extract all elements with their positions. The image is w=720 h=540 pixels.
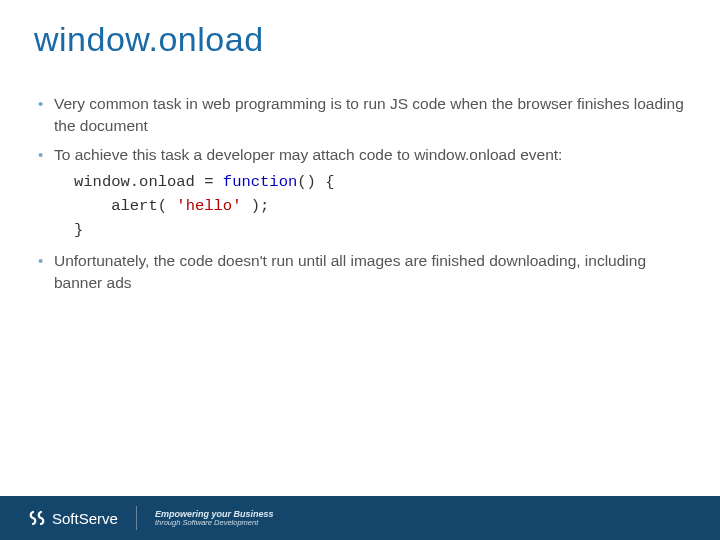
footer-tagline: Empowering your Business through Softwar…	[155, 509, 274, 528]
footer-divider	[136, 506, 137, 530]
code-string: 'hello'	[176, 197, 241, 215]
code-text: alert(	[111, 197, 176, 215]
content-area: Very common task in web programming is t…	[34, 93, 686, 293]
code-text: );	[241, 197, 269, 215]
brand-name: SoftServe	[52, 510, 118, 527]
bullet-text: To achieve this task a developer may att…	[54, 146, 562, 163]
page-title: window.onload	[34, 20, 686, 59]
code-line: }	[74, 218, 686, 242]
code-text: window.onload =	[74, 173, 223, 191]
bullet-item: To achieve this task a developer may att…	[34, 144, 686, 242]
code-keyword: function	[223, 173, 297, 191]
brand-logo: SoftServe	[28, 509, 118, 527]
code-text: () {	[297, 173, 334, 191]
footer-bar: SoftServe Empowering your Business throu…	[0, 496, 720, 540]
slide-body: window.onload Very common task in web pr…	[0, 0, 720, 293]
bullet-list: Very common task in web programming is t…	[34, 93, 686, 293]
bullet-item: Very common task in web programming is t…	[34, 93, 686, 136]
logo-mark-icon	[28, 509, 46, 527]
code-block: window.onload = function() { alert( 'hel…	[54, 170, 686, 242]
code-line: window.onload = function() {	[74, 170, 686, 194]
bullet-item: Unfortunately, the code doesn't run unti…	[34, 250, 686, 293]
tagline-line-2: through Software Development	[155, 519, 274, 528]
code-line: alert( 'hello' );	[74, 194, 686, 218]
